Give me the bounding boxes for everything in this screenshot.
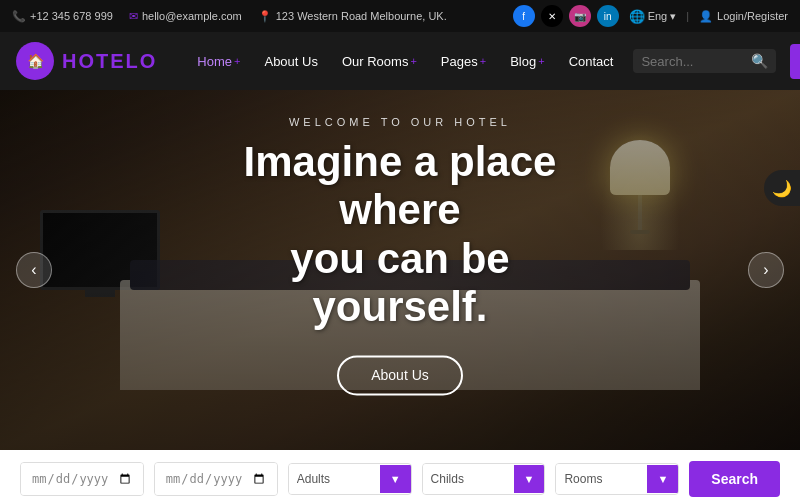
logo[interactable]: 🏠 HOTELO [16,42,157,80]
hero-subtitle: WELCOME TO OUR HOTEL [200,116,600,128]
phone-info: 📞 +12 345 678 999 [12,10,113,23]
checkout-field [154,462,278,496]
linkedin-icon[interactable]: in [597,5,619,27]
checkout-input[interactable] [155,463,277,495]
top-bar: 📞 +12 345 678 999 ✉ hello@example.com 📍 … [0,0,800,32]
email-address: hello@example.com [142,10,242,22]
booking-search-button[interactable]: Search [689,461,780,497]
nav-home[interactable]: Home+ [187,46,250,77]
email-icon: ✉ [129,10,138,23]
hero-section: WELCOME TO OUR HOTEL Imagine a place whe… [0,90,800,450]
facebook-icon[interactable]: f [513,5,535,27]
search-input[interactable] [641,54,751,69]
social-icons: f ✕ 📷 in [513,5,619,27]
nav-blog[interactable]: Blog+ [500,46,554,77]
childs-select[interactable]: Childs 0123 [423,464,514,494]
nav-pages[interactable]: Pages+ [431,46,496,77]
language-button[interactable]: 🌐 Eng ▾ [629,9,677,24]
booking-bar: Adults 1234 ▼ Childs 0123 ▼ Rooms 1234 ▼… [0,450,800,500]
nav-about[interactable]: About Us [254,46,327,77]
top-bar-right: f ✕ 📷 in 🌐 Eng ▾ | 👤 Login/Register [513,5,788,27]
adults-arrow-icon: ▼ [380,465,411,493]
book-now-button[interactable]: Book Now [790,44,800,79]
instagram-icon[interactable]: 📷 [569,5,591,27]
hero-content: WELCOME TO OUR HOTEL Imagine a place whe… [200,116,600,395]
navbar: 🏠 HOTELO Home+ About Us Our Rooms+ Pages… [0,32,800,90]
top-bar-left: 📞 +12 345 678 999 ✉ hello@example.com 📍 … [12,10,447,23]
login-label: Login/Register [717,10,788,22]
checkin-input[interactable] [21,463,143,495]
logo-icon: 🏠 [16,42,54,80]
email-info: ✉ hello@example.com [129,10,242,23]
rooms-arrow-icon: ▼ [647,465,678,493]
childs-select-wrapper: Childs 0123 ▼ [422,463,546,495]
phone-icon: 📞 [12,10,26,23]
search-box: 🔍 [633,49,776,73]
childs-arrow-icon: ▼ [514,465,545,493]
chevron-down-icon: ▾ [670,10,676,23]
logo-text: HOTELO [62,50,157,73]
language-label: Eng [648,10,668,22]
about-us-button[interactable]: About Us [337,356,463,396]
phone-number: +12 345 678 999 [30,10,113,22]
address-text: 123 Western Road Melbourne, UK. [276,10,447,22]
user-icon: 👤 [699,10,713,23]
nav-links: Home+ About Us Our Rooms+ Pages+ Blog+ C… [187,46,623,77]
location-icon: 📍 [258,10,272,23]
checkin-field [20,462,144,496]
globe-icon: 🌐 [629,9,645,24]
address-info: 📍 123 Western Road Melbourne, UK. [258,10,447,23]
dark-mode-toggle[interactable]: 🌙 [764,170,800,206]
divider: | [686,10,689,22]
hero-title: Imagine a place where you can be yoursel… [200,138,600,331]
twitter-icon[interactable]: ✕ [541,5,563,27]
nav-rooms[interactable]: Our Rooms+ [332,46,427,77]
nav-contact[interactable]: Contact [559,46,624,77]
adults-select[interactable]: Adults 1234 [289,464,380,494]
search-button[interactable]: 🔍 [751,53,768,69]
slider-next-button[interactable]: › [748,252,784,288]
rooms-select[interactable]: Rooms 1234 [556,464,647,494]
slider-prev-button[interactable]: ‹ [16,252,52,288]
rooms-select-wrapper: Rooms 1234 ▼ [555,463,679,495]
login-register-button[interactable]: 👤 Login/Register [699,10,788,23]
adults-select-wrapper: Adults 1234 ▼ [288,463,412,495]
